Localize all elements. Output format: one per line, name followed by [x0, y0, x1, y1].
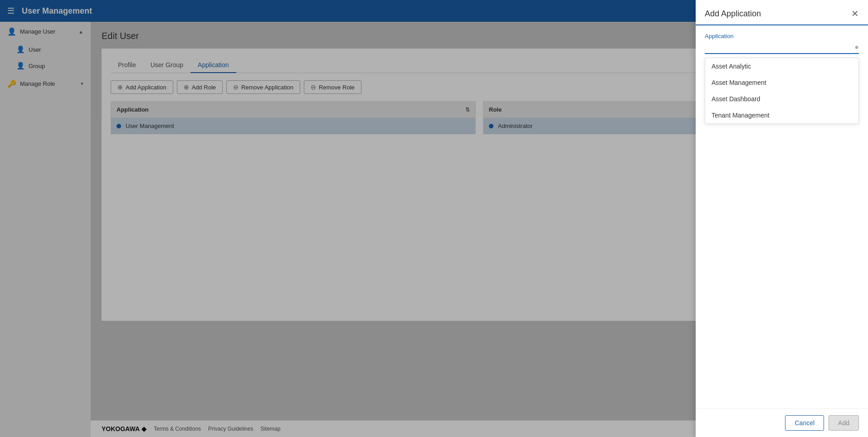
application-dropdown: Asset Analytic Asset Management Asset Da…: [705, 58, 859, 124]
side-panel: Add Application ✕ Application ● Asset An…: [696, 0, 868, 437]
add-button[interactable]: Add: [829, 415, 859, 431]
side-panel-title: Add Application: [705, 9, 761, 19]
field-input-row: ●: [705, 41, 859, 54]
application-input[interactable]: [705, 44, 854, 51]
close-icon[interactable]: ✕: [851, 8, 859, 19]
field-clear-icon[interactable]: ●: [854, 43, 859, 51]
option-tenant-management[interactable]: Tenant Management: [705, 107, 858, 123]
option-asset-management[interactable]: Asset Management: [705, 74, 858, 91]
side-panel-footer: Cancel Add: [696, 408, 868, 437]
option-asset-analytic[interactable]: Asset Analytic: [705, 58, 858, 74]
side-panel-header: Add Application ✕: [696, 0, 868, 25]
side-panel-body: Application ● Asset Analytic Asset Manag…: [696, 25, 868, 408]
option-asset-dashboard[interactable]: Asset Dashboard: [705, 91, 858, 107]
field-label: Application: [705, 33, 859, 39]
cancel-button[interactable]: Cancel: [785, 415, 824, 431]
